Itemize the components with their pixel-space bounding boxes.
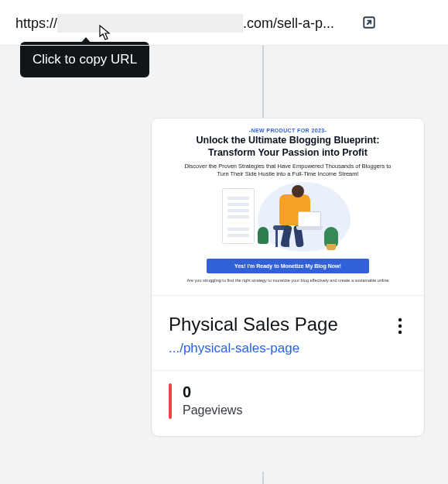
preview-headline: Unlock the Ultimate Blogging Blueprint: … — [159, 135, 416, 159]
stat-pageviews: 0 Pageviews — [152, 371, 424, 436]
svg-point-3 — [398, 331, 402, 334]
preview-footer-text: Are you struggling to find the right str… — [159, 278, 416, 283]
stat-value: 0 — [183, 383, 242, 400]
url-display[interactable]: https:// .com/sell-a-p... — [15, 14, 334, 33]
more-options-icon[interactable] — [393, 313, 407, 342]
url-tail: .com/sell-a-p... — [243, 15, 334, 32]
open-external-icon[interactable] — [361, 14, 378, 31]
svg-point-1 — [398, 318, 402, 321]
funnel-step-card[interactable]: -NEW PRODUCT FOR 2023- Unlock the Ultima… — [151, 118, 425, 437]
page-preview-thumbnail[interactable]: -NEW PRODUCT FOR 2023- Unlock the Ultima… — [152, 118, 424, 295]
connector-line-top — [262, 46, 264, 118]
url-protocol: https:// — [15, 15, 57, 32]
preview-pill: -NEW PRODUCT FOR 2023- — [159, 128, 416, 133]
page-path[interactable]: .../physical-sales-page — [169, 341, 338, 356]
svg-point-2 — [398, 324, 402, 328]
funnel-canvas[interactable]: -NEW PRODUCT FOR 2023- Unlock the Ultima… — [0, 45, 448, 484]
page-title: Physical Sales Page — [169, 313, 338, 336]
connector-line-bottom — [262, 472, 264, 484]
stat-accent-bar — [169, 383, 172, 419]
stat-label: Pageviews — [183, 403, 242, 417]
url-bar[interactable]: https:// .com/sell-a-p... — [0, 0, 448, 45]
preview-subheadline: Discover the Proven Strategies that Have… — [159, 163, 416, 177]
preview-illustration — [222, 182, 354, 256]
preview-cta-button: Yes! I'm Ready to Monetize My Blog Now! — [207, 259, 369, 273]
url-masked-segment — [57, 14, 243, 33]
